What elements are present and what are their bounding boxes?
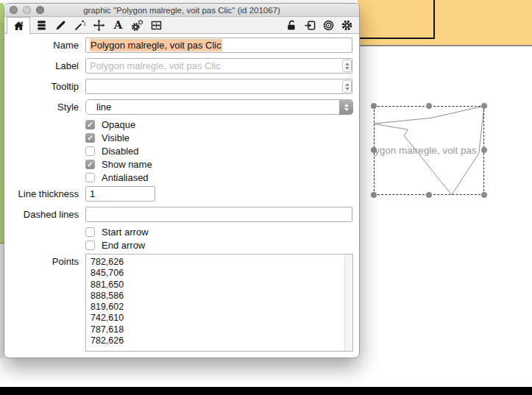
label-input[interactable]: Polygon malregle, voit pas Clic bbox=[85, 58, 352, 74]
end-arrow-checkbox[interactable] bbox=[85, 241, 95, 250]
name-label: Name bbox=[4, 38, 85, 53]
text-tool-icon[interactable]: A bbox=[112, 19, 124, 32]
dashed-lines-input[interactable] bbox=[85, 207, 352, 222]
selection-handle-middle-left[interactable] bbox=[371, 147, 377, 153]
checkbox-row-antialiased: Antialiased bbox=[85, 172, 149, 183]
canvas-orange-rectangle bbox=[358, 0, 532, 46]
selection-handle-top-left[interactable] bbox=[371, 103, 377, 109]
tooltip-stepper[interactable] bbox=[342, 80, 352, 93]
selection-handle-top-middle[interactable] bbox=[426, 103, 432, 109]
move-icon[interactable] bbox=[93, 19, 105, 32]
window-title: graphic "Polygon malregle, voit pas Clic… bbox=[4, 4, 359, 17]
line-thickness-label: Line thickness bbox=[4, 186, 85, 202]
start-arrow-checkbox[interactable] bbox=[85, 227, 95, 237]
bottom-black-bar bbox=[0, 387, 532, 395]
name-selected-text: Polygon malregle, voit pas Clic bbox=[90, 39, 222, 51]
target-icon[interactable] bbox=[322, 19, 335, 32]
toolbar-left-group: A bbox=[35, 17, 163, 33]
style-popup[interactable]: line bbox=[85, 99, 353, 115]
layers-icon[interactable] bbox=[35, 19, 48, 32]
opaque-checkbox[interactable] bbox=[85, 120, 95, 129]
selection-handle-top-right[interactable] bbox=[481, 103, 487, 109]
antialiased-checkbox[interactable] bbox=[85, 173, 95, 182]
style-label: Style bbox=[4, 99, 85, 115]
tooltip-label: Tooltip bbox=[4, 79, 85, 94]
gears-icon[interactable] bbox=[131, 19, 143, 32]
magic-wand-icon[interactable] bbox=[74, 19, 86, 32]
shape-name-label: ygon malregle, voit pas bbox=[375, 143, 483, 156]
style-value: line bbox=[86, 102, 111, 113]
label-placeholder: Polygon malregle, voit pas Clic bbox=[90, 60, 221, 71]
frame-resize-icon[interactable] bbox=[150, 19, 163, 32]
pencil-icon[interactable] bbox=[54, 19, 67, 32]
checkbox-row-disabled: Disabled bbox=[85, 146, 139, 157]
unlock-icon[interactable] bbox=[285, 19, 298, 32]
checkbox-row-opaque: Opaque bbox=[85, 119, 135, 130]
visible-checkbox[interactable] bbox=[85, 133, 95, 143]
disabled-checkbox[interactable] bbox=[85, 146, 95, 156]
settings-gear-icon[interactable] bbox=[341, 19, 353, 32]
checkbox-row-show-name: Show name bbox=[85, 159, 152, 170]
style-popup-arrows[interactable] bbox=[339, 99, 353, 115]
name-input[interactable]: Polygon malregle, voit pas Clic bbox=[85, 38, 352, 53]
dashed-lines-label: Dashed lines bbox=[4, 207, 85, 222]
home-icon bbox=[13, 20, 25, 32]
line-thickness-input[interactable] bbox=[85, 186, 155, 202]
points-label: Points bbox=[4, 254, 85, 352]
checkbox-row-start-arrow: Start arrow bbox=[85, 227, 149, 238]
selection-handle-bottom-left[interactable] bbox=[371, 192, 377, 198]
title-bar[interactable]: graphic "Polygon malregle, voit pas Clic… bbox=[4, 4, 359, 17]
script-export-icon[interactable] bbox=[304, 19, 316, 32]
label-stepper[interactable] bbox=[342, 60, 352, 72]
selection-handle-middle-right[interactable] bbox=[481, 147, 487, 153]
canvas-black-rect-edge-vertical bbox=[433, 0, 435, 39]
graphic-property-window: graphic "Polygon malregle, voit pas Clic… bbox=[4, 3, 360, 358]
points-textarea[interactable]: 782,626 845,706 881,650 888,586 819,602 … bbox=[85, 254, 353, 352]
tab-basic-active[interactable] bbox=[7, 17, 30, 34]
canvas-black-rect-edge-horizontal bbox=[358, 38, 435, 39]
selection-handle-bottom-middle[interactable] bbox=[426, 192, 432, 198]
selection-handle-bottom-right[interactable] bbox=[481, 192, 487, 198]
label-label: Label bbox=[4, 58, 85, 74]
tooltip-input[interactable] bbox=[85, 79, 352, 94]
checkbox-row-visible: Visible bbox=[85, 132, 130, 143]
toolbar: A bbox=[4, 17, 359, 34]
toolbar-right-group bbox=[285, 17, 353, 33]
show-name-checkbox[interactable] bbox=[85, 160, 95, 169]
checkbox-row-end-arrow: End arrow bbox=[85, 240, 145, 251]
